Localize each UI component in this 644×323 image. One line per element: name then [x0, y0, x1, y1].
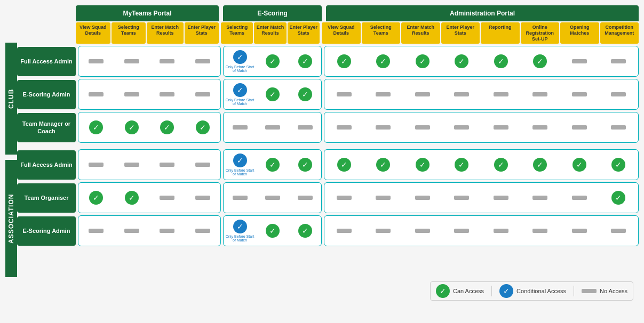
- check-icon: ✓: [125, 191, 139, 205]
- role-label: E-Scoring Admin: [17, 216, 76, 246]
- none-icon: [415, 196, 430, 200]
- data-cell: [599, 49, 639, 74]
- data-cell: [114, 82, 150, 107]
- data-cell: [560, 115, 599, 140]
- data-cell: ✓: [256, 82, 289, 107]
- data-cell: [481, 82, 521, 107]
- none-icon: [124, 59, 139, 63]
- legend-conditional: ✓ Conditional Access: [499, 284, 566, 298]
- data-cell: ✓: [324, 49, 364, 74]
- conditional-wrapper: ✓Only Before Start of Match: [225, 220, 255, 243]
- table-row: Full Access Admin✓Only Before Start of M…: [17, 149, 639, 180]
- none-icon: [195, 229, 210, 233]
- data-cell: ✓: [560, 152, 599, 177]
- data-cell: [521, 185, 560, 211]
- sub-spacer: [17, 22, 76, 44]
- admin-col-6: Online Registration Set-UP: [521, 22, 560, 44]
- data-cell: [78, 49, 114, 74]
- none-icon: [124, 229, 139, 233]
- data-cell: ✓: [256, 49, 289, 74]
- none-icon: [494, 92, 508, 96]
- admin-section: [324, 112, 639, 143]
- none-icon: [582, 289, 597, 293]
- admin-col-4: Enter Player Stats: [441, 22, 480, 44]
- admin-header: Administration Portal: [326, 5, 639, 21]
- data-cell: [403, 218, 442, 244]
- data-cell: [560, 185, 599, 211]
- check-icon: ✓: [266, 87, 280, 101]
- check-icon: ✓: [125, 120, 139, 134]
- myteams-section: [78, 149, 221, 180]
- admin-section: ✓✓✓✓✓✓✓✓: [324, 149, 639, 180]
- data-cell: [185, 185, 221, 211]
- data-cell: [324, 218, 364, 244]
- check-icon: ✓: [611, 158, 625, 172]
- data-cell: ✓: [289, 218, 321, 244]
- none-icon: [611, 125, 626, 130]
- data-cell: ✓: [364, 49, 403, 74]
- data-cell: [324, 115, 364, 140]
- data-cell: [521, 218, 560, 244]
- check-icon: ✓: [455, 158, 468, 172]
- myteams-section: [78, 46, 221, 77]
- legend: ✓ Can Access ✓ Conditional Access No Acc…: [5, 281, 639, 301]
- data-cell: ✓: [364, 152, 403, 177]
- data-cell: ✓: [599, 185, 639, 211]
- none-icon: [337, 229, 352, 233]
- myteams-section: [78, 79, 221, 110]
- myteams-section: ✓✓✓✓: [78, 112, 221, 143]
- none-icon: [415, 229, 430, 233]
- myteams-col-4: Enter Player Stats: [185, 22, 219, 44]
- check-icon: ✓: [266, 158, 280, 172]
- conditional-label-text: Only Before Start of Match: [225, 65, 255, 73]
- admin-col-3: Enter Match Results: [401, 22, 440, 44]
- data-cell: [481, 218, 521, 244]
- none-icon: [89, 163, 104, 167]
- data-cell: ✓: [521, 49, 560, 74]
- table-row: Team Manager or Coach✓✓✓✓: [17, 112, 639, 143]
- check-icon: ✓: [455, 54, 468, 68]
- data-cell: ✓: [114, 185, 150, 211]
- check-icon: ✓: [416, 158, 430, 172]
- data-cell: [78, 82, 114, 107]
- data-cell: ✓Only Before Start of Match: [224, 218, 256, 244]
- data-cell: [599, 115, 639, 140]
- check-icon: ✓: [337, 54, 351, 68]
- club-section: Full Access Admin✓Only Before Start of M…: [17, 46, 639, 145]
- data-cell: ✓: [289, 82, 321, 107]
- can-access-label: Can Access: [453, 288, 484, 294]
- none-icon: [337, 196, 352, 200]
- none-icon: [572, 92, 587, 96]
- none-icon: [532, 229, 547, 233]
- data-cell: [442, 218, 482, 244]
- data-cell: [185, 49, 221, 74]
- no-access-label: No Access: [600, 288, 627, 294]
- none-icon: [124, 92, 139, 96]
- data-cell: ✓: [256, 218, 289, 244]
- side-labels: CLUB ASSOCIATION: [5, 43, 17, 277]
- none-icon: [415, 125, 430, 130]
- data-cell: [114, 152, 150, 177]
- none-icon: [160, 196, 174, 200]
- data-cell: [521, 82, 560, 107]
- data-cell: [289, 185, 321, 211]
- data-cell: [256, 115, 289, 140]
- none-icon: [298, 125, 313, 130]
- data-cell: [149, 152, 185, 177]
- myteams-header: MyTeams Portal: [76, 5, 219, 21]
- data-cell: ✓Only Before Start of Match: [224, 82, 256, 107]
- check-icon: ✓: [494, 158, 508, 172]
- table-row: Full Access Admin✓Only Before Start of M…: [17, 46, 639, 77]
- none-icon: [454, 196, 469, 200]
- none-icon: [532, 196, 547, 200]
- conditional-icon: ✓: [233, 154, 247, 167]
- admin-section: [324, 79, 639, 110]
- check-icon: ✓: [533, 158, 547, 172]
- spacer: [17, 5, 76, 21]
- escoring-col-3: Enter Player Stats: [288, 22, 320, 44]
- none-icon: [376, 92, 391, 96]
- data-cell: [149, 49, 185, 74]
- escoring-header: E-Scoring: [223, 5, 322, 21]
- none-icon: [89, 229, 104, 233]
- data-cell: ✓Only Before Start of Match: [224, 152, 256, 177]
